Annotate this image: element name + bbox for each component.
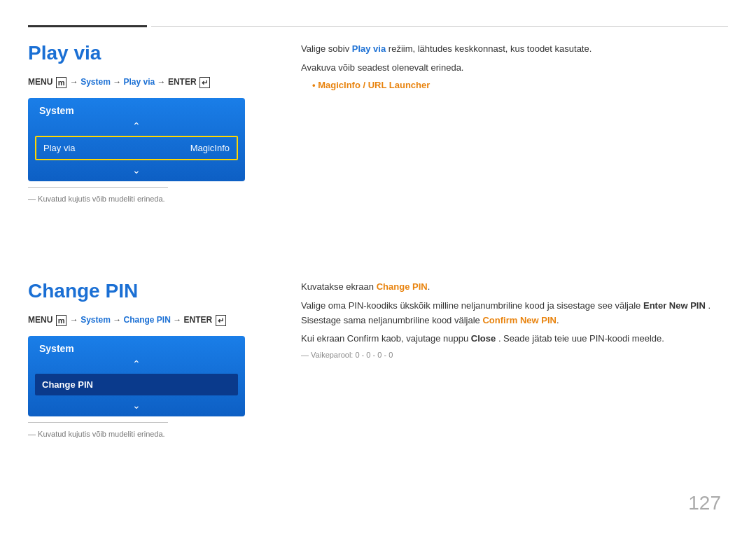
change-pin-desc3: Kui ekraan Confirm kaob, vajutage nuppu … xyxy=(301,332,728,346)
change-pin-highlight: Change PIN xyxy=(377,281,428,292)
change-pin-desc1-pre: Kuvatakse ekraan xyxy=(301,281,374,292)
play-via-desc1: Valige sobiv Play via režiim, lähtudes k… xyxy=(301,42,728,57)
system-label2: System xyxy=(80,315,111,325)
menu-label2: MENU m xyxy=(28,315,67,325)
change-pin-system-box: System ⌃ Change PIN ⌄ xyxy=(28,336,245,416)
play-via-desc2: Avakuva võib seadest olenevalt erineda. xyxy=(301,61,728,76)
menu-icon: m xyxy=(56,77,67,88)
vaikeparool: ― Vaikeparool: 0 - 0 - 0 - 0 xyxy=(301,351,728,359)
change-pin-system-title: System xyxy=(28,336,245,357)
change-pin-row: Change PIN xyxy=(35,374,238,395)
play-via-caption: ― Kuvatud kujutis võib mudeliti erineda. xyxy=(28,195,280,203)
enter-label: ENTER ↵ xyxy=(168,77,211,87)
play-via-title: Play via xyxy=(28,42,280,64)
change-pin-desc3-end: . Seade jätab teie uue PIN-koodi meelde. xyxy=(498,333,664,344)
change-pin-desc1-end: . xyxy=(428,281,430,292)
change-pin-desc2-pre: Valige oma PIN-koodiks ükskõik milline n… xyxy=(301,300,640,311)
play-via-bullet: MagicInfo / URL Launcher xyxy=(312,80,728,90)
play-via-row-value: MagicInfo xyxy=(190,143,230,153)
system-box-title: System xyxy=(28,98,245,119)
top-line-thin xyxy=(151,26,728,27)
play-via-system-box: System ⌃ Play via MagicInfo ⌄ xyxy=(28,98,245,181)
play-via-menu-path: MENU m → System → Play via → ENTER ↵ xyxy=(28,77,280,88)
play-via-row: Play via MagicInfo xyxy=(35,136,238,160)
confirm-new-pin: Confirm New PIN xyxy=(482,315,556,325)
menu-icon2: m xyxy=(56,315,67,326)
change-pin-title: Change PIN xyxy=(28,280,280,302)
play-via-desc1-rest: režiim, lähtudes keskkonnast, kus toodet… xyxy=(388,43,592,54)
change-pin-desc2-end: . xyxy=(556,315,559,325)
chevron-down2: ⌄ xyxy=(28,398,245,416)
change-pin-desc2: Valige oma PIN-koodiks ükskõik milline n… xyxy=(301,299,728,328)
enter-icon2: ↵ xyxy=(216,315,226,326)
chevron-up2: ⌃ xyxy=(28,357,245,371)
play-via-left: Play via MENU m → System → Play via → EN… xyxy=(28,42,280,203)
play-via-right: Valige sobiv Play via režiim, lähtudes k… xyxy=(301,42,728,90)
chevron-up: ⌃ xyxy=(28,119,245,133)
change-pin-label: Change PIN xyxy=(124,315,171,325)
enter-label2: ENTER ↵ xyxy=(184,315,227,325)
play-via-row-label: Play via xyxy=(43,143,76,153)
menu-label: MENU m xyxy=(28,77,67,87)
change-pin-menu-path: MENU m → System → Change PIN → ENTER ↵ xyxy=(28,315,280,326)
change-pin-desc3-pre: Kui ekraan Confirm kaob, vajutage nuppu xyxy=(301,333,468,344)
change-pin-left: Change PIN MENU m → System → Change PIN … xyxy=(28,280,280,438)
chevron-down: ⌄ xyxy=(28,163,245,181)
enter-new-pin: Enter New PIN xyxy=(643,300,706,311)
enter-icon: ↵ xyxy=(200,77,210,88)
play-via-caption-line xyxy=(28,187,168,188)
page-number: 127 xyxy=(688,492,721,514)
change-pin-caption-line xyxy=(28,422,168,423)
top-line xyxy=(28,25,728,27)
system-label: System xyxy=(80,77,111,87)
change-pin-right: Kuvatakse ekraan Change PIN. Valige oma … xyxy=(301,280,728,359)
play-via-label: Play via xyxy=(124,77,155,87)
play-via-desc1-highlight: Play via xyxy=(352,43,386,54)
change-pin-desc1: Kuvatakse ekraan Change PIN. xyxy=(301,280,728,295)
change-pin-caption: ― Kuvatud kujutis võib mudeliti erineda. xyxy=(28,430,280,438)
top-line-thick xyxy=(28,25,147,27)
close-button-ref: Close xyxy=(471,333,496,344)
